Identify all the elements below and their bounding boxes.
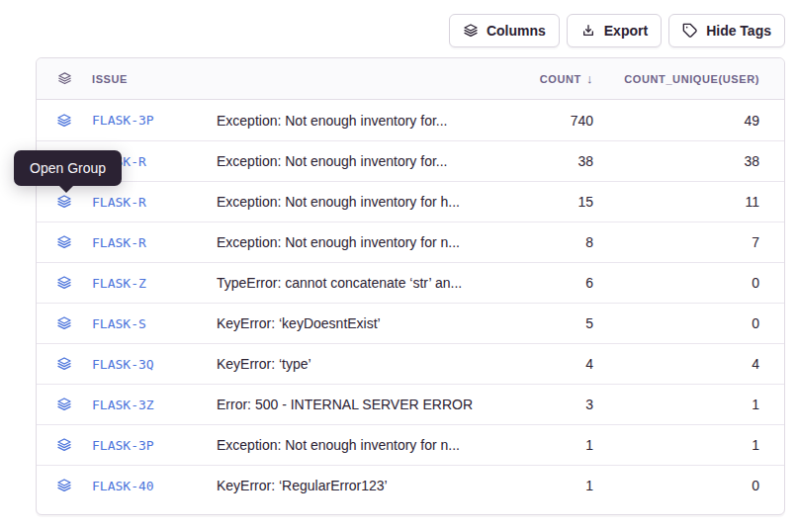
layers-icon xyxy=(56,113,72,129)
issue-link[interactable]: FLASK-3Q xyxy=(92,357,217,372)
issue-message: KeyError: ‘RegularError123’ xyxy=(217,478,512,493)
table-row: FLASK-RException: Not enough inventory f… xyxy=(37,181,784,222)
count-value: 3 xyxy=(512,397,601,412)
issue-icon-cell xyxy=(37,234,92,250)
open-group-button[interactable] xyxy=(56,356,72,372)
issue-link[interactable]: FLASK-R xyxy=(92,235,217,250)
columns-button[interactable]: Columns xyxy=(449,14,560,47)
issue-link[interactable]: FLASK-Z xyxy=(92,276,217,291)
column-header-count[interactable]: COUNT↓ xyxy=(512,71,601,86)
table-row: FLASK-ZTypeError: cannot concatenate ‘st… xyxy=(37,262,784,303)
layers-icon xyxy=(56,478,72,493)
download-icon xyxy=(580,23,596,39)
count-unique-value: 7 xyxy=(601,234,759,250)
issue-message: Exception: Not enough inventory for... xyxy=(217,153,512,169)
export-button[interactable]: Export xyxy=(567,14,662,47)
open-group-button[interactable] xyxy=(56,397,72,412)
count-unique-value: 0 xyxy=(601,478,759,493)
table-row: FLASK-3PException: Not enough inventory … xyxy=(37,100,784,140)
issue-link[interactable]: FLASK-S xyxy=(92,316,217,331)
table-row: FLASK-RException: Not enough inventory f… xyxy=(37,222,784,262)
open-group-button[interactable] xyxy=(56,437,72,453)
column-header-count-unique[interactable]: COUNT_UNIQUE(USER) xyxy=(601,73,759,85)
tooltip-open-group: Open Group xyxy=(14,150,122,186)
issue-message: Exception: Not enough inventory for n... xyxy=(217,437,512,453)
export-button-label: Export xyxy=(604,23,648,39)
layers-icon xyxy=(56,397,72,412)
hide-tags-button-label: Hide Tags xyxy=(706,23,771,39)
table-row: FLASK-40KeyError: ‘RegularError123’10 xyxy=(37,465,784,505)
issue-link[interactable]: FLASK-R xyxy=(92,195,217,210)
count-value: 15 xyxy=(512,194,601,210)
toolbar: Columns Export Hide Tags xyxy=(449,14,785,47)
issue-column-icon-cell xyxy=(37,71,92,86)
count-unique-value: 49 xyxy=(601,113,759,129)
layers-icon xyxy=(56,234,72,250)
tag-icon xyxy=(682,23,698,39)
layers-icon xyxy=(56,437,72,453)
issue-icon-cell xyxy=(37,437,92,453)
issue-icon-cell xyxy=(37,397,92,412)
count-unique-value: 0 xyxy=(601,315,759,331)
count-unique-value: 1 xyxy=(601,437,759,453)
open-group-button[interactable] xyxy=(56,234,72,250)
count-value: 6 xyxy=(512,275,601,291)
issue-icon-cell xyxy=(37,113,92,129)
count-value: 1 xyxy=(512,437,601,453)
hide-tags-button[interactable]: Hide Tags xyxy=(668,14,785,47)
count-unique-value: 0 xyxy=(601,275,759,291)
count-value: 740 xyxy=(512,113,601,129)
tooltip-label: Open Group xyxy=(30,160,106,176)
count-value: 4 xyxy=(512,356,601,372)
count-unique-value: 11 xyxy=(601,194,759,210)
issue-message: Exception: Not enough inventory for h... xyxy=(217,194,512,210)
column-header-issue[interactable]: ISSUE xyxy=(92,73,217,85)
issue-message: KeyError: ‘keyDoesntExist’ xyxy=(217,315,512,331)
open-group-button[interactable] xyxy=(56,113,72,129)
count-header-label: COUNT xyxy=(540,73,581,85)
count-value: 38 xyxy=(512,153,601,169)
issue-icon-cell xyxy=(37,478,92,493)
issue-icon-cell xyxy=(37,356,92,372)
issues-table: ISSUE COUNT↓ COUNT_UNIQUE(USER) FLASK-3P… xyxy=(36,57,785,515)
layers-icon xyxy=(56,356,72,372)
issue-message: Exception: Not enough inventory for n... xyxy=(217,234,512,250)
issue-link[interactable]: FLASK-3Z xyxy=(92,398,217,412)
issue-icon-cell xyxy=(37,194,92,210)
issue-message: TypeError: cannot concatenate ‘str’ an..… xyxy=(217,275,512,291)
issue-message: Exception: Not enough inventory for... xyxy=(217,113,512,129)
table-header: ISSUE COUNT↓ COUNT_UNIQUE(USER) xyxy=(37,58,784,100)
issue-message: KeyError: ‘type’ xyxy=(217,356,512,372)
open-group-button[interactable] xyxy=(56,478,72,493)
count-unique-value: 4 xyxy=(601,356,759,372)
layers-icon xyxy=(463,23,479,39)
table-row: FLASK-3QKeyError: ‘type’44 xyxy=(37,343,784,384)
layers-icon xyxy=(57,71,72,86)
arrow-down-icon: ↓ xyxy=(586,71,593,86)
issue-message: Error: 500 - INTERNAL SERVER ERROR xyxy=(217,397,512,412)
issue-link[interactable]: FLASK-40 xyxy=(92,479,217,493)
table-row: FLASK-SKeyError: ‘keyDoesntExist’50 xyxy=(37,303,784,343)
table-row: FLASK-RException: Not enough inventory f… xyxy=(37,140,784,181)
open-group-button[interactable] xyxy=(56,275,72,291)
count-value: 8 xyxy=(512,234,601,250)
issue-link[interactable]: FLASK-3P xyxy=(92,113,217,128)
issue-icon-cell xyxy=(37,315,92,331)
table-body: FLASK-3PException: Not enough inventory … xyxy=(37,100,784,505)
table-row: FLASK-3ZError: 500 - INTERNAL SERVER ERR… xyxy=(37,384,784,424)
count-unique-value: 38 xyxy=(601,153,759,169)
open-group-button[interactable] xyxy=(56,194,72,210)
layers-icon xyxy=(56,275,72,291)
count-value: 1 xyxy=(512,478,601,493)
open-group-button[interactable] xyxy=(56,315,72,331)
table-row: FLASK-3PException: Not enough inventory … xyxy=(37,424,784,465)
issue-icon-cell xyxy=(37,275,92,291)
count-value: 5 xyxy=(512,315,601,331)
layers-icon xyxy=(56,194,72,210)
layers-icon xyxy=(56,315,72,331)
count-unique-value: 1 xyxy=(601,397,759,412)
issue-link[interactable]: FLASK-3P xyxy=(92,438,217,453)
tooltip-arrow-icon xyxy=(59,186,73,193)
columns-button-label: Columns xyxy=(487,23,546,39)
